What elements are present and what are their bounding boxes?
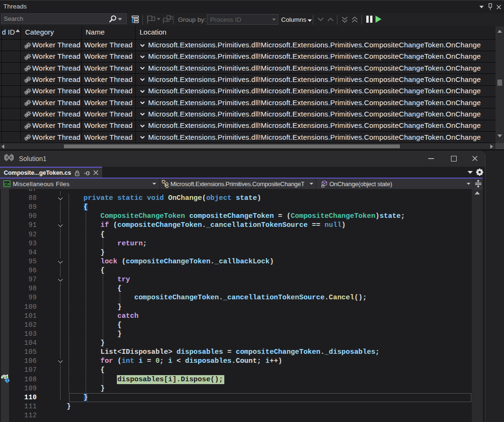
svg-text:C#: C# [4, 182, 10, 187]
